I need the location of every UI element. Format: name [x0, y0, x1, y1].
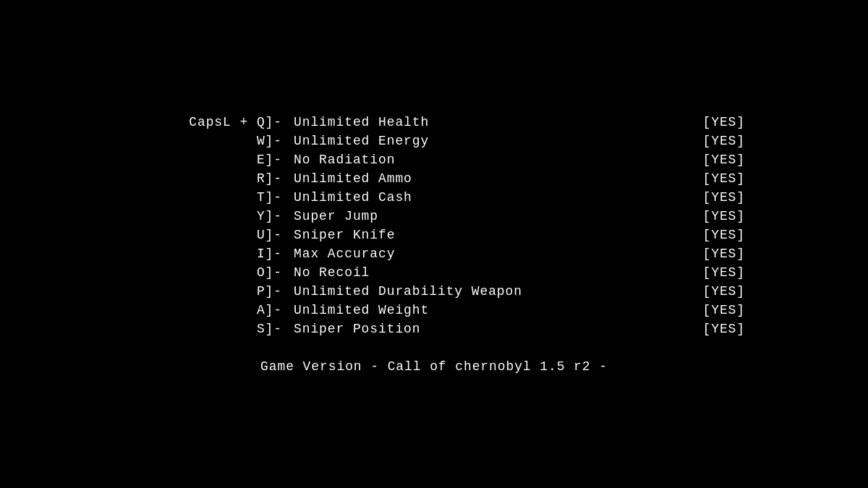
footer-text: Game Version - Call of chernobyl 1.5 r2 …	[260, 359, 608, 374]
cheat-status: [YES]	[694, 322, 745, 336]
cheat-label: Max Accuracy	[282, 247, 694, 261]
cheat-row: U]-Sniper Knife[YES]	[123, 228, 745, 242]
cheat-row: O]-No Recoil[YES]	[123, 265, 745, 280]
cheat-label: Sniper Position	[282, 322, 694, 336]
cheat-label: No Radiation	[282, 153, 694, 167]
cheat-label: Unlimited Weight	[282, 303, 694, 317]
cheat-row: T]-Unlimited Cash[YES]	[123, 190, 745, 205]
cheat-key: Y]-	[123, 209, 282, 223]
cheat-status: [YES]	[694, 171, 745, 186]
cheat-status: [YES]	[694, 247, 745, 261]
cheat-row: I]-Max Accuracy[YES]	[123, 247, 745, 261]
cheat-status: [YES]	[694, 228, 745, 242]
cheat-label: Unlimited Ammo	[282, 171, 694, 186]
cheat-row: R]-Unlimited Ammo[YES]	[123, 171, 745, 186]
cheat-key: E]-	[123, 153, 282, 167]
cheat-table: CapsL + Q]-Unlimited Health[YES]W]-Unlim…	[123, 115, 745, 336]
cheat-row: P]-Unlimited Durability Weapon[YES]	[123, 284, 745, 299]
cheat-label: Unlimited Energy	[282, 134, 694, 148]
cheat-key: S]-	[123, 322, 282, 336]
cheat-key: R]-	[123, 171, 282, 186]
cheat-label: Sniper Knife	[282, 228, 694, 242]
cheat-row: S]-Sniper Position[YES]	[123, 322, 745, 336]
cheat-key: U]-	[123, 228, 282, 242]
main-screen: CapsL + Q]-Unlimited Health[YES]W]-Unlim…	[0, 0, 868, 488]
cheat-row: W]-Unlimited Energy[YES]	[123, 134, 745, 148]
cheat-row: E]-No Radiation[YES]	[123, 153, 745, 167]
cheat-status: [YES]	[694, 209, 745, 223]
cheat-key: P]-	[123, 284, 282, 299]
cheat-label: Unlimited Durability Weapon	[282, 284, 694, 299]
cheat-key: A]-	[123, 303, 282, 317]
cheat-key: CapsL + Q]-	[123, 115, 282, 129]
cheat-row: A]-Unlimited Weight[YES]	[123, 303, 745, 317]
cheat-key: I]-	[123, 247, 282, 261]
cheat-status: [YES]	[694, 190, 745, 205]
cheat-key: W]-	[123, 134, 282, 148]
cheat-status: [YES]	[694, 265, 745, 280]
cheat-status: [YES]	[694, 284, 745, 299]
cheat-status: [YES]	[694, 115, 745, 129]
cheat-row: CapsL + Q]-Unlimited Health[YES]	[123, 115, 745, 129]
cheat-label: Super Jump	[282, 209, 694, 223]
cheat-key: T]-	[123, 190, 282, 205]
cheat-label: No Recoil	[282, 265, 694, 280]
cheat-status: [YES]	[694, 134, 745, 148]
cheat-label: Unlimited Cash	[282, 190, 694, 205]
cheat-status: [YES]	[694, 153, 745, 167]
cheat-row: Y]-Super Jump[YES]	[123, 209, 745, 223]
cheat-label: Unlimited Health	[282, 115, 694, 129]
cheat-status: [YES]	[694, 303, 745, 317]
cheat-key: O]-	[123, 265, 282, 280]
